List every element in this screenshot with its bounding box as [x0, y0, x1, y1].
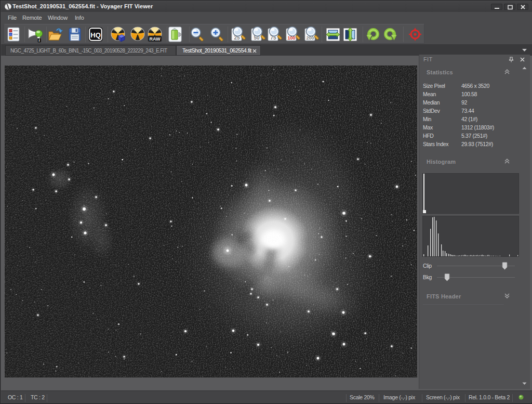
svg-text:HQ: HQ [90, 31, 101, 39]
svg-text:RAW: RAW [150, 36, 161, 42]
